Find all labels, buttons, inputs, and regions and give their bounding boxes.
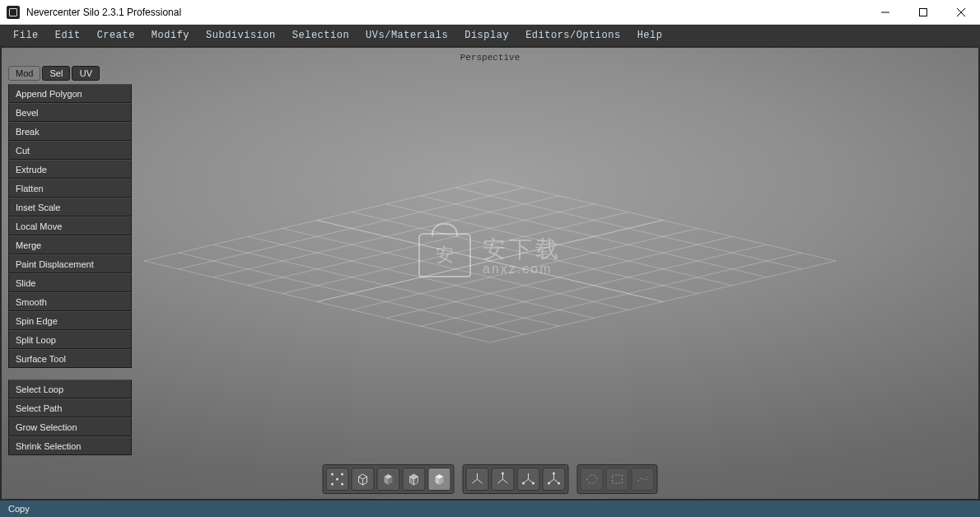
tool-paint-displacement[interactable]: Paint Displacement bbox=[8, 254, 132, 273]
tab-uv[interactable]: UV bbox=[72, 66, 100, 81]
menu-modify[interactable]: Modify bbox=[143, 25, 198, 46]
tab-mod[interactable]: Mod bbox=[8, 66, 40, 81]
svg-point-58 bbox=[548, 482, 550, 485]
svg-point-59 bbox=[558, 482, 560, 485]
tool-append-polygon[interactable]: Append Polygon bbox=[8, 84, 132, 103]
svg-point-48 bbox=[502, 473, 504, 475]
menu-uvs-materials[interactable]: UVs/Materials bbox=[357, 25, 456, 46]
ground-grid bbox=[119, 96, 861, 450]
tool-break[interactable]: Break bbox=[8, 122, 132, 141]
tool-shrink-selection[interactable]: Shrink Selection bbox=[8, 436, 132, 455]
tool-merge[interactable]: Merge bbox=[8, 235, 132, 254]
statusbar: Copy bbox=[0, 501, 980, 517]
tool-flatten[interactable]: Flatten bbox=[8, 179, 132, 198]
select-lasso-icon[interactable] bbox=[581, 468, 604, 491]
tab-sel[interactable]: Sel bbox=[42, 66, 70, 81]
close-button[interactable] bbox=[942, 0, 980, 25]
tool-list-1: Append Polygon Bevel Break Cut Extrude F… bbox=[8, 84, 132, 368]
svg-point-28 bbox=[331, 483, 334, 486]
status-text: Copy bbox=[8, 504, 30, 514]
app-icon bbox=[7, 6, 20, 19]
tool-grow-selection[interactable]: Grow Selection bbox=[8, 417, 132, 436]
menubar: File Edit Create Modify Subdivision Sele… bbox=[0, 25, 980, 46]
tool-smooth[interactable]: Smooth bbox=[8, 292, 132, 311]
svg-point-52 bbox=[522, 482, 525, 485]
tool-cut[interactable]: Cut bbox=[8, 141, 132, 160]
svg-line-47 bbox=[503, 479, 508, 483]
cube-solid-icon[interactable] bbox=[428, 468, 451, 491]
svg-point-27 bbox=[341, 473, 343, 476]
svg-rect-1 bbox=[920, 8, 927, 16]
minimize-button[interactable] bbox=[866, 0, 904, 25]
side-panel: Mod Sel UV Append Polygon Bevel Break Cu… bbox=[8, 66, 132, 455]
svg-point-57 bbox=[553, 473, 555, 475]
svg-point-26 bbox=[331, 473, 334, 476]
svg-rect-60 bbox=[613, 475, 623, 483]
menu-edit[interactable]: Edit bbox=[47, 25, 89, 46]
tool-select-loop[interactable]: Select Loop bbox=[8, 380, 132, 398]
menu-selection[interactable]: Selection bbox=[284, 25, 357, 46]
svg-line-46 bbox=[498, 479, 503, 483]
display-mode-group bbox=[323, 464, 455, 494]
menu-editors-options[interactable]: Editors/Options bbox=[517, 25, 629, 46]
window-title: Nevercenter Silo 2.3.1 Professional bbox=[26, 7, 181, 18]
bottom-toolbar bbox=[323, 464, 658, 494]
svg-line-44 bbox=[478, 479, 483, 483]
svg-point-30 bbox=[336, 478, 338, 481]
maximize-button[interactable] bbox=[904, 0, 942, 25]
tool-split-loop[interactable]: Split Loop bbox=[8, 330, 132, 349]
menu-help[interactable]: Help bbox=[629, 25, 671, 46]
side-tabs: Mod Sel UV bbox=[8, 66, 132, 81]
titlebar: Nevercenter Silo 2.3.1 Professional bbox=[0, 0, 980, 25]
tool-extrude[interactable]: Extrude bbox=[8, 160, 132, 179]
tool-local-move[interactable]: Local Move bbox=[8, 217, 132, 235]
menu-create[interactable]: Create bbox=[89, 25, 143, 46]
tool-bevel[interactable]: Bevel bbox=[8, 103, 132, 122]
viewport[interactable]: Perspective 安下载 anxz.com Mod Sel UV Appe… bbox=[0, 46, 980, 501]
select-box-icon[interactable] bbox=[606, 468, 629, 491]
viewport-container: Perspective 安下载 anxz.com Mod Sel UV Appe… bbox=[0, 46, 980, 501]
svg-point-53 bbox=[532, 482, 534, 485]
selection-mode-group bbox=[577, 464, 658, 494]
axis-edge-icon[interactable] bbox=[517, 468, 540, 491]
tool-select-path[interactable]: Select Path bbox=[8, 398, 132, 417]
cube-outline-icon[interactable] bbox=[352, 468, 375, 491]
tool-spin-edge[interactable]: Spin Edge bbox=[8, 311, 132, 330]
cube-shaded-icon[interactable] bbox=[377, 468, 400, 491]
menu-subdivision[interactable]: Subdivision bbox=[198, 25, 284, 46]
viewport-label: Perspective bbox=[460, 53, 520, 63]
axis-object-icon[interactable] bbox=[466, 468, 489, 491]
svg-line-43 bbox=[473, 479, 478, 483]
tool-inset-scale[interactable]: Inset Scale bbox=[8, 198, 132, 217]
select-paint-icon[interactable] bbox=[632, 468, 655, 491]
menu-display[interactable]: Display bbox=[456, 25, 517, 46]
menu-file[interactable]: File bbox=[5, 25, 47, 46]
tool-surface-tool[interactable]: Surface Tool bbox=[8, 349, 132, 368]
component-mode-group bbox=[463, 464, 569, 494]
tool-list-2: Select Loop Select Path Grow Selection S… bbox=[8, 380, 132, 455]
cube-wire-shaded-icon[interactable] bbox=[403, 468, 426, 491]
svg-point-29 bbox=[341, 483, 343, 486]
tool-slide[interactable]: Slide bbox=[8, 273, 132, 292]
vertex-mode-icon[interactable] bbox=[326, 468, 349, 491]
axis-vertex-icon[interactable] bbox=[492, 468, 515, 491]
axis-face-icon[interactable] bbox=[543, 468, 566, 491]
